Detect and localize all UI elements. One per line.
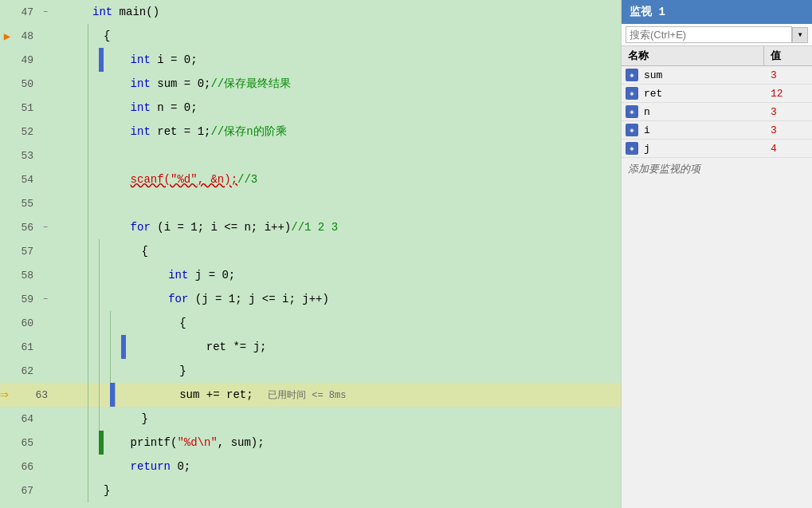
line-num-50: 50: [14, 78, 40, 90]
code-text-58: int j = 0;: [115, 263, 235, 287]
watch-var-icon-n: ◈: [626, 105, 638, 118]
code-line-59: 59 − for (j = 1; j <= i; j++): [0, 287, 621, 311]
indent-61b: [99, 335, 110, 359]
line-num-55: 55: [14, 198, 40, 210]
code-line-54: 54 scanf("%d", &n);//3: [0, 167, 621, 191]
indent-55a: [88, 191, 99, 215]
watch-var-icon-sum: ◈: [626, 69, 638, 81]
code-line-56: 56 − for (i = 1; i <= n; i++)//1 2 3: [0, 215, 621, 239]
code-line-65: 65 printf("%d\n", sum);: [0, 431, 621, 455]
code-text-48: {: [104, 24, 110, 48]
code-line-48: ▶ 48 {: [0, 24, 621, 48]
indent-49a: [88, 48, 99, 72]
collapse-56[interactable]: −: [40, 223, 51, 232]
watch-panel: 监视 1 ▾ 名称 值 ◈ sum 3 ◈ ret 12 ◈ n 3 ◈ i 3…: [621, 0, 812, 508]
bar-53: [99, 144, 104, 167]
watch-var-icon-ret: ◈: [626, 87, 638, 100]
code-line-66: 66 return 0;: [0, 455, 621, 478]
code-line-67: 67 }: [0, 478, 621, 502]
code-line-50: 50 int sum = 0;//保存最终结果: [0, 72, 621, 96]
code-line-52: 52 int ret = 1;//保存n的阶乘: [0, 120, 621, 144]
watch-var-val-i: 3: [764, 122, 812, 139]
code-text-47: int main(): [92, 0, 159, 24]
watch-row-n[interactable]: ◈ n 3: [622, 103, 812, 121]
indent-52a: [88, 120, 99, 144]
line-num-64: 64: [14, 413, 40, 425]
watch-title: 监视 1: [622, 0, 812, 24]
watch-var-name-i: i: [642, 122, 764, 139]
code-text-52: int ret = 1;//保存n的阶乘: [104, 120, 287, 144]
watch-col-name-header: 名称: [622, 46, 764, 65]
watch-var-icon-i: ◈: [626, 124, 638, 136]
line-num-47: 47: [14, 6, 40, 18]
indent-50a: [88, 72, 99, 96]
line-num-52: 52: [14, 126, 40, 138]
watch-var-val-sum: 3: [764, 67, 812, 84]
code-line-51: 51 int n = 0;: [0, 96, 621, 120]
line-arrow-48: ▶: [0, 30, 14, 43]
watch-add-hint[interactable]: 添加要监视的项: [622, 158, 812, 180]
code-text-50: int sum = 0;//保存最终结果: [104, 72, 291, 96]
line-num-57: 57: [14, 246, 40, 258]
code-text-56: for (i = 1; i <= n; i++)//1 2 3: [104, 215, 338, 239]
watch-var-name-sum: sum: [642, 67, 764, 84]
code-text-51: int n = 0;: [104, 96, 198, 120]
indent-56a: [88, 215, 99, 239]
code-line-49: 49 int i = 0;: [0, 48, 621, 72]
code-text-63: sum += ret; 已用时间 <= 8ms: [126, 383, 346, 408]
code-text-49: int i = 0;: [104, 48, 198, 72]
collapse-47[interactable]: −: [40, 8, 51, 17]
watch-column-headers: 名称 值: [622, 46, 812, 66]
watch-var-val-n: 3: [764, 104, 812, 120]
indent-63c: [115, 383, 126, 407]
indent-62a: [88, 359, 99, 383]
code-text-65: printf("%d\n", sum);: [104, 431, 265, 455]
indent-64a: [88, 407, 99, 431]
watch-var-name-j: j: [642, 140, 764, 157]
watch-row-i[interactable]: ◈ i 3: [622, 121, 812, 140]
code-line-47: 47 − int main(): [0, 0, 621, 24]
watch-var-icon-j: ◈: [626, 142, 638, 155]
indent-58a: [88, 263, 99, 287]
line-num-66: 66: [14, 461, 40, 473]
indent-51a: [88, 96, 99, 120]
indent-63b: [99, 383, 110, 407]
indent-60b: [99, 311, 110, 335]
line-num-49: 49: [14, 54, 40, 66]
line-num-51: 51: [14, 102, 40, 114]
indent-62c: [110, 359, 121, 383]
line-num-60: 60: [14, 317, 40, 329]
indent-57b: [99, 239, 110, 263]
watch-search-bar[interactable]: ▾: [622, 24, 812, 46]
code-text-64: }: [115, 407, 148, 431]
line-num-67: 67: [14, 485, 40, 497]
line-num-54: 54: [14, 174, 40, 186]
indent-54a: [88, 167, 99, 191]
watch-var-name-n: n: [642, 104, 764, 120]
watch-search-dropdown[interactable]: ▾: [792, 27, 808, 43]
watch-col-val-header: 值: [764, 46, 812, 65]
code-line-62: 62 }: [0, 359, 621, 383]
code-text-62: }: [126, 359, 186, 383]
indent-61c: [110, 335, 121, 359]
indent-58b: [99, 263, 110, 287]
watch-var-name-ret: ret: [642, 85, 764, 102]
code-line-60: 60 {: [0, 311, 621, 335]
code-text-54: scanf("%d", &n);//3: [104, 167, 257, 191]
indent-67a: [88, 478, 99, 502]
indent-64b: [99, 407, 110, 431]
code-text-67: }: [104, 478, 110, 502]
indent-48: [88, 24, 99, 48]
line-num-63: 63: [29, 389, 54, 401]
collapse-59[interactable]: −: [40, 295, 51, 304]
indent-63a: [88, 383, 99, 407]
watch-search-input[interactable]: [626, 26, 792, 43]
watch-row-j[interactable]: ◈ j 4: [622, 140, 812, 158]
watch-var-val-j: 4: [764, 140, 812, 157]
watch-row-ret[interactable]: ◈ ret 12: [622, 85, 812, 103]
code-editor: 47 − int main() ▶ 48 { 49 int i = 0; 50: [0, 0, 621, 508]
watch-row-sum[interactable]: ◈ sum 3: [622, 66, 812, 85]
indent-62b: [99, 359, 110, 383]
line-num-61: 61: [14, 341, 40, 353]
code-text-57: {: [115, 239, 148, 263]
